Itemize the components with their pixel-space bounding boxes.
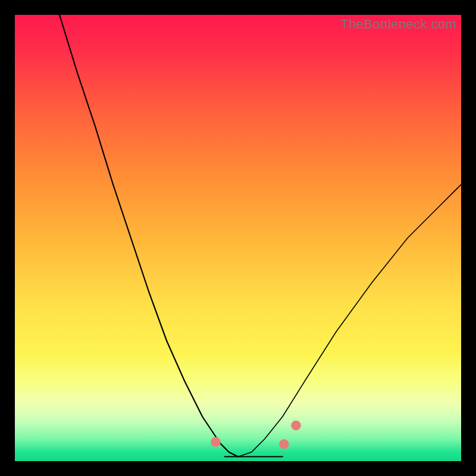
curve-layer bbox=[15, 15, 461, 461]
chart-frame: TheBottleneck.com bbox=[0, 0, 476, 476]
plot-area: TheBottleneck.com bbox=[15, 15, 461, 461]
marker-dot-4 bbox=[291, 421, 301, 431]
watermark-label: TheBottleneck.com bbox=[340, 17, 456, 32]
marker-dot-1 bbox=[211, 437, 221, 447]
curve-right-branch bbox=[238, 184, 461, 457]
curve-left-branch bbox=[60, 15, 238, 457]
marker-dot-3 bbox=[279, 439, 289, 449]
